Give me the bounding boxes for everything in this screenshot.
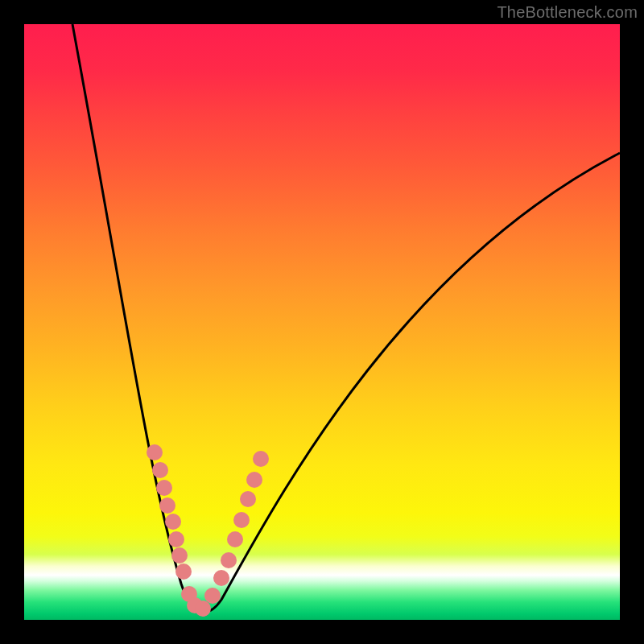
data-dot bbox=[233, 512, 250, 528]
data-dots bbox=[147, 444, 269, 617]
data-dot bbox=[221, 552, 237, 568]
chart-frame: TheBottleneck.com bbox=[0, 0, 644, 644]
watermark-text: TheBottleneck.com bbox=[497, 3, 638, 22]
data-dot bbox=[171, 547, 188, 564]
data-dot bbox=[159, 497, 175, 514]
data-dot bbox=[204, 588, 221, 604]
data-dot bbox=[147, 444, 163, 460]
data-dot bbox=[152, 462, 168, 478]
data-dot bbox=[156, 480, 172, 496]
data-dot bbox=[253, 451, 269, 467]
data-dot bbox=[175, 564, 192, 580]
data-dot bbox=[227, 531, 243, 547]
data-dot bbox=[168, 531, 184, 547]
data-dot bbox=[240, 491, 256, 507]
bottleneck-curve bbox=[72, 24, 620, 612]
data-dot bbox=[165, 514, 181, 530]
data-dot bbox=[213, 570, 229, 586]
data-dot bbox=[195, 601, 211, 617]
data-dot bbox=[246, 472, 262, 488]
chart-svg bbox=[24, 24, 620, 620]
chart-plot-area bbox=[24, 24, 620, 620]
